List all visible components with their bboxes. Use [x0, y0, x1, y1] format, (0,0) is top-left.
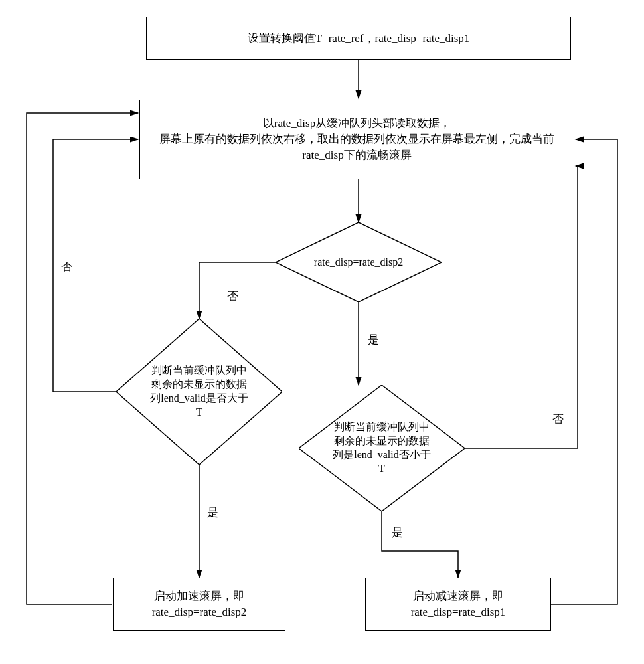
- node-text: 判断当前缓冲队列中剩余的未显示的数据列是lend_valid否小于T: [322, 420, 442, 475]
- node-text: 启动加速滚屏，即rate_disp=rate_disp2: [120, 588, 278, 620]
- node-text: 判断当前缓冲队列中剩余的未显示的数据列lend_valid是否大于T: [139, 364, 259, 419]
- node-text: 设置转换阈值T=rate_ref，rate_disp=rate_disp1: [248, 31, 470, 46]
- edge-label-yes: 是: [390, 525, 404, 540]
- node-check-lt-T: 判断当前缓冲队列中剩余的未显示的数据列是lend_valid否小于T: [299, 385, 465, 511]
- edge-label-no: 否: [226, 289, 240, 304]
- node-text: 启动减速滚屏，即rate_disp=rate_disp1: [372, 588, 544, 620]
- node-check-gt-T: 判断当前缓冲队列中剩余的未显示的数据列lend_valid是否大于T: [116, 319, 282, 465]
- node-text: 以rate_disp从缓冲队列头部读取数据， 屏幕上原有的数据列依次右移，取出的…: [147, 116, 567, 163]
- edge-label-no: 否: [551, 412, 565, 427]
- node-read-buffer: 以rate_disp从缓冲队列头部读取数据， 屏幕上原有的数据列依次右移，取出的…: [139, 100, 574, 179]
- edge-label-yes: 是: [366, 332, 380, 347]
- edge-label-yes: 是: [206, 505, 220, 520]
- node-text: rate_disp=rate_disp2: [306, 256, 411, 270]
- node-set-threshold: 设置转换阈值T=rate_ref，rate_disp=rate_disp1: [146, 17, 571, 60]
- edge-label-no: 否: [60, 259, 74, 274]
- node-speedup: 启动加速滚屏，即rate_disp=rate_disp2: [113, 578, 285, 631]
- node-slowdown: 启动减速滚屏，即rate_disp=rate_disp1: [365, 578, 551, 631]
- node-check-disp2: rate_disp=rate_disp2: [276, 222, 442, 302]
